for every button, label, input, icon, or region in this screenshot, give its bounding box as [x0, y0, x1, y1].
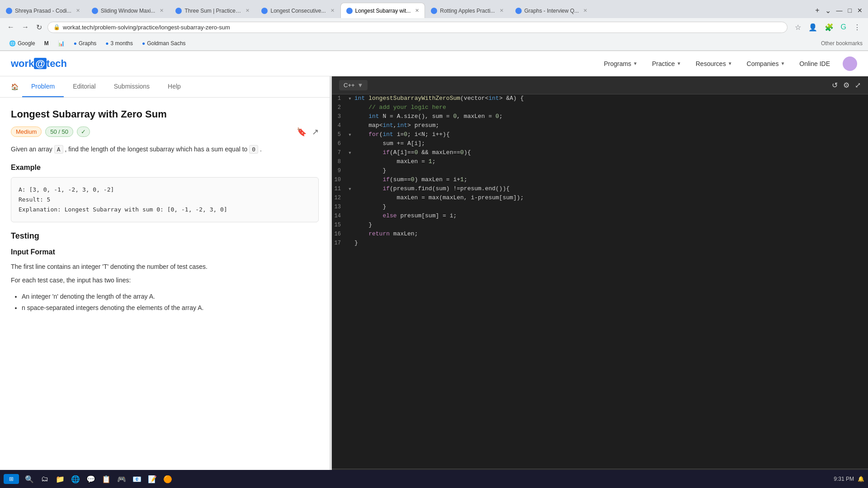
taskbar-explorer[interactable]: 📁: [53, 472, 67, 486]
tab-longest-subarray[interactable]: Longest Subarray wit... ✕: [340, 3, 425, 18]
reload-button[interactable]: ↻: [34, 21, 44, 33]
tab-close-threesum[interactable]: ✕: [245, 8, 250, 14]
bookmark-medium[interactable]: M: [41, 39, 52, 47]
bookmark-3months[interactable]: ● 3 months: [102, 39, 137, 47]
bullet-1: An integer 'n' denoting the length of th…: [22, 291, 319, 302]
code-area: 1 ▾ int longestSubarrayWithZeroSum(vecto…: [332, 94, 868, 248]
example-box: A: [3, 0, -1, -2, 3, 0, -2] Result: 5 Ex…: [11, 177, 319, 222]
app-container: work@tech Programs ▼ Practice ▼ Resource…: [0, 51, 868, 488]
url-bar[interactable]: 🔒 workat.tech/problem-solving/practice/l…: [47, 22, 788, 33]
taskbar-right: 9:31 PM 🔔: [834, 476, 864, 482]
tab-close-lc[interactable]: ✕: [330, 8, 335, 14]
tab-close-graphs[interactable]: ✕: [583, 8, 587, 14]
editor-scroll-area[interactable]: 1 ▾ int longestSubarrayWithZeroSum(vecto…: [332, 94, 868, 469]
profile-icon[interactable]: 👤: [807, 21, 819, 33]
badges: Medium 50 / 50 ✓ 🔖 ↗: [11, 127, 319, 137]
bookmark-icon[interactable]: 🔖: [297, 127, 307, 137]
nav-practice[interactable]: Practice ▼: [646, 57, 686, 70]
url-text: workat.tech/problem-solving/practice/lon…: [63, 24, 230, 31]
bookmark-google[interactable]: 🌐 Google: [5, 39, 39, 47]
tab-problem[interactable]: Problem: [22, 76, 64, 97]
tab-rotting[interactable]: Rotting Apples Practi... ✕: [425, 3, 509, 18]
taskbar-edge[interactable]: 🌐: [69, 472, 82, 486]
bookmark-workat-graphs[interactable]: ● Graphs: [70, 39, 100, 47]
code-line-1: 1 ▾ int longestSubarrayWithZeroSum(vecto…: [332, 94, 868, 103]
settings-icon[interactable]: ⋮: [852, 21, 863, 33]
bookmark-star-icon[interactable]: ☆: [793, 21, 803, 33]
taskbar-mail[interactable]: 📧: [130, 472, 144, 486]
minimize-button[interactable]: —: [835, 5, 844, 16]
editor-icons: ↺ ⚙ ⤢: [832, 81, 861, 89]
nav-companies[interactable]: Companies ▼: [741, 57, 791, 70]
action-icons: 🔖 ↗: [297, 127, 319, 137]
code-line-2: 2 // add your logic here: [332, 103, 868, 113]
bookmark-charts[interactable]: 📊: [54, 39, 68, 47]
taskbar-app1[interactable]: 🎮: [115, 472, 128, 486]
bookmark-goldman-label: Goldman Sachs: [147, 40, 185, 47]
tab-help[interactable]: Help: [159, 76, 190, 97]
other-bookmarks[interactable]: Other bookmarks: [821, 40, 863, 47]
difficulty-badge: Medium: [11, 127, 42, 137]
tab-shreya[interactable]: Shreya Prasad - Codi... ✕: [0, 3, 86, 18]
nav-online-ide[interactable]: Online IDE: [794, 57, 835, 70]
tab-sliding[interactable]: Sliding Window Maxi... ✕: [86, 3, 170, 18]
taskbar-app2[interactable]: 🟠: [161, 472, 175, 486]
extensions-icon[interactable]: 🧩: [823, 21, 835, 33]
tab-graphs[interactable]: Graphs - Interview Q... ✕: [509, 3, 594, 18]
browser-chrome: Shreya Prasad - Codi... ✕ Sliding Window…: [0, 0, 868, 51]
programs-arrow: ▼: [633, 61, 637, 66]
forward-button[interactable]: →: [20, 21, 31, 33]
grammarly-icon[interactable]: G: [839, 21, 848, 33]
bookmark-graphs-label: Graphs: [79, 40, 96, 47]
tab-threesum[interactable]: Three Sum | Practice ... ✕: [170, 3, 255, 18]
problem-title: Longest Subarray with Zero Sum: [11, 108, 319, 120]
editor-toolbar: C++ ▼ ↺ ⚙ ⤢: [332, 76, 868, 94]
share-icon[interactable]: ↗: [312, 127, 319, 137]
tab-list-button[interactable]: ⌄: [823, 5, 833, 17]
user-avatar[interactable]: [843, 56, 857, 71]
maximize-button[interactable]: □: [846, 5, 854, 16]
tab-editorial[interactable]: Editorial: [64, 76, 105, 97]
tab-close-shreya[interactable]: ✕: [76, 8, 80, 14]
taskbar-taskview[interactable]: 🗂: [38, 472, 52, 486]
tab-close-ls[interactable]: ✕: [415, 8, 419, 14]
code-line-8: 8 maxLen = 1;: [332, 158, 868, 167]
taskbar-search[interactable]: 🔍: [23, 472, 36, 486]
bookmarks-bar: 🌐 Google M 📊 ● Graphs ● 3 months ● Goldm…: [0, 36, 868, 51]
lock-icon: 🔒: [53, 24, 60, 30]
charts-favicon: 📊: [58, 40, 65, 47]
close-button[interactable]: ✕: [855, 5, 864, 16]
taskbar-teams[interactable]: 💬: [84, 472, 98, 486]
top-nav: work@tech Programs ▼ Practice ▼ Resource…: [0, 51, 868, 76]
bullet-2: n space-separated integers denoting the …: [22, 302, 319, 314]
home-button[interactable]: 🏠: [7, 78, 22, 96]
code-line-3: 3 int N = A.size(), sum = 0, maxLen = 0;: [332, 113, 868, 122]
code-A: A: [54, 145, 63, 154]
input-format-desc2: For each test case, the input has two li…: [11, 275, 319, 285]
back-button[interactable]: ←: [5, 21, 16, 33]
tab-close-rotting[interactable]: ✕: [500, 8, 504, 14]
main-content: 🏠 Problem Editorial Submissions Help Lon…: [0, 76, 868, 488]
notification-icon[interactable]: 🔔: [858, 476, 864, 482]
tab-bar: Shreya Prasad - Codi... ✕ Sliding Window…: [0, 0, 868, 18]
taskbar-notes[interactable]: 📝: [146, 472, 159, 486]
tab-submissions[interactable]: Submissions: [105, 76, 159, 97]
tab-longest-consec[interactable]: Longest Consecutive... ✕: [255, 3, 340, 18]
practice-arrow: ▼: [677, 61, 681, 66]
fullscreen-icon[interactable]: ⤢: [855, 81, 861, 89]
settings-editor-icon[interactable]: ⚙: [843, 81, 849, 89]
bookmark-goldman[interactable]: ● Goldman Sachs: [138, 39, 189, 47]
nav-programs[interactable]: Programs ▼: [599, 57, 643, 70]
workat-graphs-favicon: ●: [74, 40, 77, 47]
new-tab-button[interactable]: +: [813, 5, 821, 16]
nav-resources[interactable]: Resources ▼: [690, 57, 738, 70]
bookmark-3months-label: 3 months: [111, 40, 133, 47]
language-selector[interactable]: C++ ▼: [339, 80, 368, 90]
code-0: 0: [249, 145, 258, 154]
taskbar-todo[interactable]: 📋: [99, 472, 113, 486]
tab-actions[interactable]: + ⌄ — □ ✕: [810, 5, 868, 17]
start-button[interactable]: ⊞: [4, 474, 19, 484]
reset-icon[interactable]: ↺: [832, 81, 838, 89]
taskbar: ⊞ 🔍 🗂 📁 🌐 💬 📋 🎮 📧 📝 🟠 9:31 PM 🔔: [0, 470, 868, 488]
tab-close-sliding[interactable]: ✕: [160, 8, 164, 14]
